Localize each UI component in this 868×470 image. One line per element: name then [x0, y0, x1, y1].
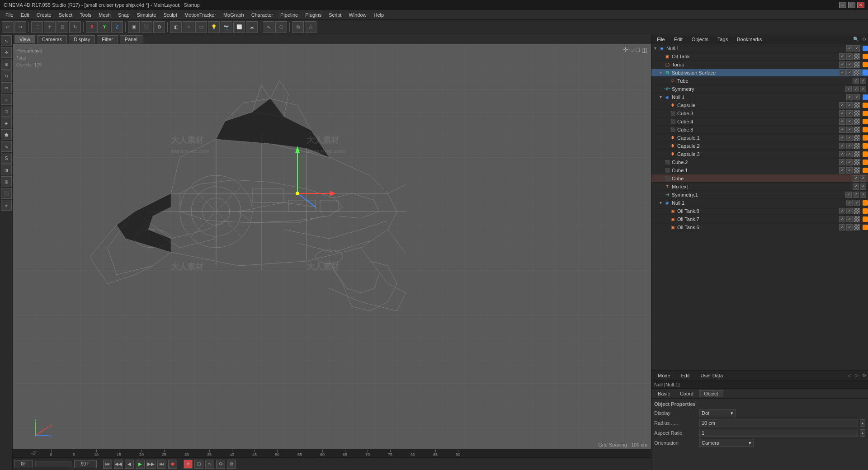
goto-start-button[interactable]: ⏮	[103, 460, 112, 469]
attr-aspect-stepper[interactable]: ▲	[860, 429, 865, 437]
menu-select[interactable]: Select	[55, 11, 76, 19]
record-button[interactable]: ⏺	[168, 460, 177, 469]
obj-capsule2-vis[interactable]: ✓	[839, 143, 845, 149]
left-tool-select[interactable]: ↖	[1, 35, 12, 46]
obj-capsule1-render[interactable]: ✓	[846, 135, 853, 141]
obj-cube1-tag[interactable]	[854, 167, 860, 174]
obj-oil-tank8[interactable]: ▣ Oil Tank.8 ✓ ✓	[651, 207, 868, 215]
axis-x-button[interactable]: X	[86, 21, 98, 33]
menu-plugins[interactable]: Plugins	[302, 11, 325, 19]
obj-cube-button[interactable]: ◧	[170, 21, 182, 33]
maximize-button[interactable]: □	[848, 2, 855, 8]
obj-capsule-vis[interactable]: ✓	[839, 102, 845, 108]
obj-capsule[interactable]: ⬮ Capsule ✓ ✓	[651, 101, 868, 109]
obj-capsule1[interactable]: ⬮ Capsule.1 ✓ ✓	[651, 134, 868, 142]
attr-tab-edit[interactable]: Edit	[677, 372, 694, 379]
obj-oil-tank7-tag[interactable]	[854, 216, 860, 222]
select-tool[interactable]: ⬚	[31, 21, 43, 33]
obj-capsule3-vis[interactable]: ✓	[839, 151, 845, 157]
rotate-tool[interactable]: ↻	[69, 21, 81, 33]
close-button[interactable]: ✕	[857, 2, 864, 8]
menu-tools[interactable]: Tools	[76, 11, 95, 19]
obj-floor-button[interactable]: ⬜	[233, 21, 245, 33]
obj-oil-tank7-vis[interactable]: ✓	[839, 216, 845, 222]
obj-tube[interactable]: ⬭ Tube ✓ ✓	[651, 77, 868, 85]
end-frame-input[interactable]	[74, 460, 97, 468]
left-tool-move[interactable]: ✛	[1, 47, 12, 58]
om-tab-file[interactable]: File	[653, 36, 669, 42]
obj-cube4-render[interactable]: ✓	[846, 118, 853, 125]
render-button[interactable]: ⬛	[141, 21, 152, 33]
obj-light-button[interactable]: 💡	[208, 21, 220, 33]
left-tool-14[interactable]: ⎈	[1, 200, 12, 211]
obj-torus[interactable]: ◯ Torus ✓ ✓	[651, 61, 868, 69]
obj-symmetry1-vis[interactable]: ✓	[845, 192, 852, 198]
attr-sub-tab-coord[interactable]: Coord	[675, 390, 698, 397]
menu-character[interactable]: Character	[248, 11, 277, 19]
obj-cube-render[interactable]: ✓	[860, 175, 866, 182]
obj-torus-tag[interactable]	[854, 61, 860, 68]
menu-help[interactable]: Help	[370, 11, 388, 19]
obj-subdiv-vis[interactable]: ✓	[839, 70, 845, 76]
obj-oil-tank6-tag[interactable]	[854, 224, 860, 230]
left-tool-scale[interactable]: ⊞	[1, 59, 12, 70]
attr-dropdown-orientation[interactable]: Camera ▾	[699, 439, 754, 447]
obj-subdiv-tag[interactable]	[854, 70, 860, 76]
keyframe-btn[interactable]: ✦	[184, 460, 193, 469]
deformer-button[interactable]: ⧊	[305, 21, 316, 33]
obj-sky-button[interactable]: ☁	[246, 21, 258, 33]
attr-sub-tab-object[interactable]: Object	[699, 390, 723, 397]
minimize-button[interactable]: –	[839, 2, 846, 8]
obj-null1-sub-render[interactable]: ✓	[854, 94, 860, 100]
obj-capsule2[interactable]: ⬮ Capsule.2 ✓ ✓	[651, 142, 868, 150]
render-settings-button[interactable]: ⚙	[153, 21, 165, 33]
menu-motion-tracker[interactable]: MotionTracker	[181, 11, 220, 19]
obj-tube-vis[interactable]: ✓	[853, 78, 859, 84]
tab-filter[interactable]: Filter	[97, 35, 118, 43]
render-preview-button[interactable]: ▣	[128, 21, 140, 33]
obj-capsule3-render[interactable]: ✓	[846, 151, 853, 157]
obj-cube1[interactable]: ⬛ Cube.1 ✓ ✓	[651, 166, 868, 174]
menu-create[interactable]: Create	[33, 11, 55, 19]
obj-null1-3rd-vis[interactable]: ✓	[846, 200, 853, 206]
attr-icon-2[interactable]: ▷	[855, 373, 859, 378]
attr-icon-3[interactable]: ⚙	[862, 373, 866, 378]
obj-capsule2-tag[interactable]	[854, 143, 860, 149]
attr-tab-mode[interactable]: Mode	[653, 372, 675, 379]
menu-simulate[interactable]: Simulate	[133, 11, 160, 19]
left-tool-13[interactable]: ⬛	[1, 188, 12, 199]
obj-symmetry[interactable]: ⊣⊢ Symmetry ✓ ✓ ✓	[651, 85, 868, 93]
obj-null1-3rd-render[interactable]: ✓	[854, 200, 860, 206]
axis-z-button[interactable]: Z	[111, 21, 123, 33]
left-tool-knife[interactable]: ✂	[1, 82, 12, 93]
menu-edit[interactable]: Edit	[17, 11, 33, 19]
attr-value-radius[interactable]: 10 cm	[699, 419, 858, 427]
obj-oil-tank-tag[interactable]	[854, 53, 860, 60]
obj-torus-render[interactable]: ✓	[846, 61, 853, 68]
om-icon-1[interactable]: 🔍	[853, 37, 859, 42]
tab-display[interactable]: Display	[69, 35, 95, 43]
obj-motext-render[interactable]: ✓	[860, 183, 866, 190]
obj-null1-render[interactable]: ✓	[854, 45, 860, 52]
menu-file[interactable]: File	[2, 11, 17, 19]
om-tab-tags[interactable]: Tags	[714, 36, 731, 42]
menu-sculpt[interactable]: Sculpt	[160, 11, 181, 19]
obj-cube1-vis[interactable]: ✓	[839, 167, 845, 174]
obj-oil-tank8-vis[interactable]: ✓	[839, 208, 845, 214]
prev-frame-button[interactable]: ◀	[125, 460, 134, 469]
om-tab-bookmarks[interactable]: Bookmarks	[733, 36, 765, 42]
obj-subdiv-surface[interactable]: ▼ ⊞ Subdivision Surface ✓ ✓	[651, 69, 868, 77]
redo-button[interactable]: ↪	[14, 21, 26, 33]
tab-view[interactable]: View	[14, 35, 35, 43]
scale-tool[interactable]: ⊡	[57, 21, 68, 33]
obj-capsule3[interactable]: ⬮ Capsule.3 ✓ ✓	[651, 150, 868, 158]
obj-cube[interactable]: ⬛ Cube ✓ ✓	[651, 174, 868, 183]
obj-subdiv-render[interactable]: ✓	[846, 70, 853, 76]
timeline-settings-btn[interactable]: ⚙	[216, 460, 225, 469]
vp-corner-btn-3[interactable]: □	[636, 46, 640, 53]
obj-symmetry-vis[interactable]: ✓	[845, 86, 852, 92]
obj-oil-tank-vis[interactable]: ✓	[839, 53, 845, 60]
left-tool-7[interactable]: ◈	[1, 118, 12, 128]
obj-null1-vis[interactable]: ✓	[846, 45, 853, 52]
left-tool-6[interactable]: □	[1, 106, 12, 117]
